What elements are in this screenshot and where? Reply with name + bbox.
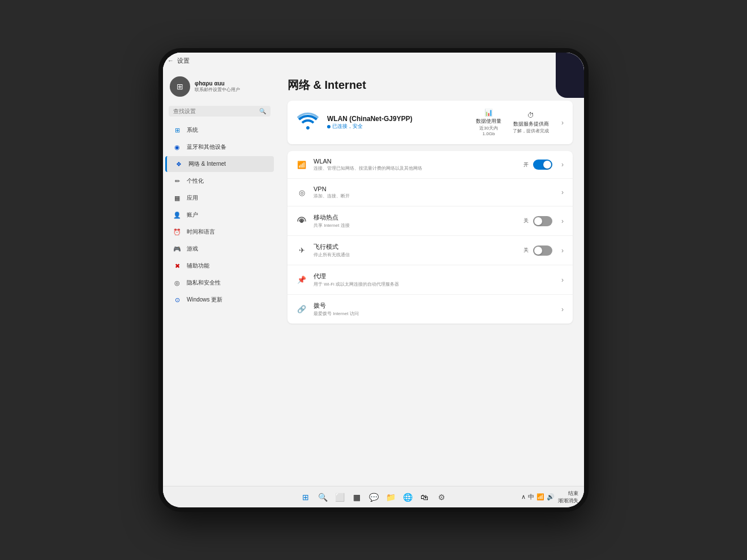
sidebar-label-game: 游戏 bbox=[187, 245, 198, 253]
wlan-toggle[interactable] bbox=[533, 160, 552, 170]
dialup-text: 拨号 最爱拨号 Internet 访问 bbox=[314, 301, 550, 317]
sidebar-item-account[interactable]: 👤 账户 bbox=[165, 207, 274, 223]
user-info: φhαρu αuu 联系邮件设置中心用户 bbox=[195, 80, 240, 93]
settings-card: 📶 WLAN 连接、管理已知网络、按流量计费的网络以及其他网络 开 › bbox=[287, 151, 573, 324]
vpn-icon: ◎ bbox=[297, 187, 307, 197]
wlan-text: WLAN 连接、管理已知网络、按流量计费的网络以及其他网络 bbox=[314, 158, 517, 171]
sidebar-item-privacy[interactable]: ◎ 隐私和安全性 bbox=[165, 275, 274, 291]
airplane-right: 关 › bbox=[523, 245, 564, 256]
accessibility-icon: ✖ bbox=[173, 262, 181, 270]
airplane-toggle-knob bbox=[534, 247, 542, 255]
sidebar-item-time[interactable]: ⏰ 时间和语言 bbox=[165, 224, 274, 240]
settings-taskbar-button[interactable]: ⚙ bbox=[435, 491, 448, 503]
user-name: φhαρu αuu bbox=[195, 80, 240, 87]
proxy-subtitle: 用于 Wi-Fi 或以太网连接的自动代理服务器 bbox=[314, 281, 550, 287]
wifi-hero-card[interactable]: WLAN (ChinaNet-GJ9YPP) 已连接，安全 📊 数据使用量 近3… bbox=[287, 101, 573, 144]
wifi-main-info: WLAN (ChinaNet-GJ9YPP) 已连接，安全 bbox=[327, 115, 468, 130]
start-button[interactable]: ⊞ bbox=[299, 491, 312, 503]
bluetooth-icon: ◉ bbox=[173, 143, 181, 151]
airplane-text: 飞行模式 停止所有无线通信 bbox=[314, 243, 517, 258]
hotspot-text: 移动热点 共享 Internet 连接 bbox=[314, 213, 517, 229]
sidebar-item-network[interactable]: ❖ 网络 & Internet bbox=[165, 156, 274, 172]
sidebar-label-bluetooth: 蓝牙和其他设备 bbox=[187, 143, 226, 151]
proxy-chevron: › bbox=[561, 276, 564, 284]
settings-row-dialup[interactable]: 🔗 拨号 最爱拨号 Internet 访问 › bbox=[287, 295, 573, 324]
sidebar-item-accessibility[interactable]: ✖ 辅助功能 bbox=[165, 258, 274, 274]
dialup-subtitle: 最爱拨号 Internet 访问 bbox=[314, 311, 550, 317]
properties-title: 数据服务提供商 bbox=[513, 120, 549, 128]
taskview-button[interactable]: ⬜ bbox=[333, 491, 346, 503]
wifi-taskbar-icon[interactable]: 📶 bbox=[536, 493, 544, 501]
status-dot bbox=[327, 125, 330, 128]
hotspot-toggle[interactable] bbox=[533, 216, 552, 226]
svg-point-0 bbox=[300, 219, 303, 223]
settings-row-vpn[interactable]: ◎ VPN 添加、连接、断开 › bbox=[287, 179, 573, 206]
hotspot-toggle-label: 关 bbox=[523, 217, 529, 225]
properties-icon: ⏱ bbox=[527, 111, 534, 119]
account-icon: 👤 bbox=[173, 211, 181, 219]
wlan-subtitle: 连接、管理已知网络、按流量计费的网络以及其他网络 bbox=[314, 165, 517, 171]
sys-icons: ∧ 中 📶 🔊 bbox=[521, 493, 555, 501]
wlan-toggle-knob bbox=[543, 161, 551, 169]
sidebar-label-time: 时间和语言 bbox=[187, 228, 215, 236]
sidebar-item-personalize[interactable]: ✏ 个性化 bbox=[165, 173, 274, 189]
wlan-icon: 📶 bbox=[297, 160, 307, 170]
store-button[interactable]: 🛍 bbox=[418, 491, 431, 503]
lang-icon[interactable]: 中 bbox=[528, 493, 534, 501]
title-bar: ← 设置 — ? bbox=[163, 53, 584, 68]
wifi-extra-info: 📊 数据使用量 近30天内 1.0Gb ⏱ 数据服务提供商 了解，提供者完成 bbox=[476, 109, 549, 136]
chevron-up-icon[interactable]: ∧ bbox=[521, 493, 526, 501]
wifi-status: 已连接，安全 bbox=[327, 123, 468, 130]
airplane-title: 飞行模式 bbox=[314, 243, 517, 251]
avatar: ⊞ bbox=[170, 76, 190, 97]
volume-icon[interactable]: 🔊 bbox=[547, 493, 555, 501]
search-input[interactable] bbox=[173, 108, 257, 114]
back-arrow[interactable]: ← bbox=[168, 57, 174, 64]
sidebar-item-apps[interactable]: ▦ 应用 bbox=[165, 190, 274, 206]
dialup-right: › bbox=[557, 305, 564, 313]
vpn-title: VPN bbox=[314, 186, 550, 192]
taskbar-time: 结束 渐渐消失 bbox=[558, 490, 578, 504]
edge-button[interactable]: 🌐 bbox=[401, 491, 414, 503]
properties-block: ⏱ 数据服务提供商 了解，提供者完成 bbox=[513, 111, 549, 134]
airplane-toggle-label: 关 bbox=[523, 247, 529, 254]
widgets-button[interactable]: ▦ bbox=[350, 491, 363, 503]
sidebar-label-personalize: 个性化 bbox=[187, 177, 204, 185]
settings-row-proxy[interactable]: 📌 代理 用于 Wi-Fi 或以太网连接的自动代理服务器 › bbox=[287, 265, 573, 295]
airplane-toggle[interactable] bbox=[533, 245, 552, 256]
wlan-chevron: › bbox=[561, 161, 564, 169]
hotspot-title: 移动热点 bbox=[314, 213, 517, 222]
page-title: 网络 & Internet bbox=[287, 77, 573, 93]
dialup-icon: 🔗 bbox=[297, 304, 307, 315]
personalize-icon: ✏ bbox=[173, 177, 181, 185]
settings-row-hotspot[interactable]: 移动热点 共享 Internet 连接 关 › bbox=[287, 206, 573, 236]
sidebar-item-bluetooth[interactable]: ◉ 蓝牙和其他设备 bbox=[165, 139, 274, 155]
wifi-hero-chevron: › bbox=[561, 119, 564, 127]
search-box[interactable]: 🔍 bbox=[169, 106, 271, 117]
explorer-button[interactable]: 📁 bbox=[384, 491, 397, 503]
hotspot-right: 关 › bbox=[523, 216, 564, 226]
update-icon: ⊙ bbox=[173, 296, 181, 304]
user-section: ⊞ φhαρu αuu 联系邮件设置中心用户 bbox=[163, 73, 276, 102]
system-icon: ⊞ bbox=[173, 126, 181, 134]
settings-row-wlan[interactable]: 📶 WLAN 连接、管理已知网络、按流量计费的网络以及其他网络 开 › bbox=[287, 151, 573, 179]
sidebar-item-windows-update[interactable]: ⊙ Windows 更新 bbox=[165, 292, 274, 308]
hotspot-subtitle: 共享 Internet 连接 bbox=[314, 222, 517, 229]
sidebar-label-apps: 应用 bbox=[187, 194, 198, 202]
hotspot-icon bbox=[297, 216, 307, 226]
properties-value: 了解，提供者完成 bbox=[513, 128, 549, 134]
sidebar-label-accessibility: 辅助功能 bbox=[187, 262, 209, 270]
sidebar-item-system[interactable]: ⊞ 系统 bbox=[165, 122, 274, 138]
sidebar-label-update: Windows 更新 bbox=[187, 296, 222, 304]
network-icon: ❖ bbox=[175, 160, 183, 168]
data-usage-icon: 📊 bbox=[484, 109, 493, 117]
chat-button[interactable]: 💬 bbox=[367, 491, 380, 503]
sidebar-item-game[interactable]: 🎮 游戏 bbox=[165, 241, 274, 257]
screen: ← 设置 — ? ⊞ φhαρu αuu 联系邮件设置中心用户 bbox=[163, 53, 584, 507]
dialup-title: 拨号 bbox=[314, 301, 550, 310]
phone-frame: ← 设置 — ? ⊞ φhαρu αuu 联系邮件设置中心用户 bbox=[158, 48, 589, 512]
search-taskbar[interactable]: 🔍 bbox=[316, 491, 329, 503]
sidebar-label-account: 账户 bbox=[187, 211, 198, 219]
date: 渐渐消失 bbox=[558, 497, 578, 505]
settings-row-airplane[interactable]: ✈ 飞行模式 停止所有无线通信 关 › bbox=[287, 236, 573, 265]
